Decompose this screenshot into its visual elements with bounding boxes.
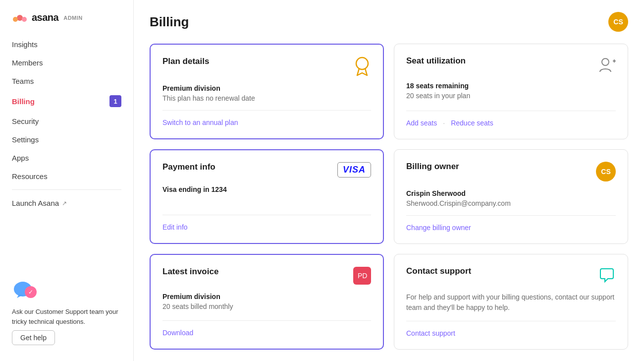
billing-owner-header: Billing owner CS (406, 162, 616, 181)
sidebar-item-members[interactable]: Members (0, 54, 133, 72)
invoice-desc: 20 seats billed monthly (162, 302, 371, 310)
seats-in-plan: 20 seats in your plan (406, 92, 616, 100)
sidebar-item-label: Insights (12, 40, 38, 49)
billing-owner-body: Crispin Sherwood Sherwood.Crispin@compan… (406, 189, 616, 207)
payment-desc: Visa ending in 1234 (162, 185, 371, 193)
main-nav: Insights Members Teams Billing 1 Securit… (0, 35, 133, 269)
seat-utilization-card: Seat utilization 18 seats remaining 20 s… (394, 44, 628, 139)
nav-divider (12, 189, 121, 190)
contact-support-header: Contact support (406, 266, 616, 284)
latest-invoice-header: Latest invoice PDF (162, 267, 371, 285)
support-description: Ask our Customer Support team your trick… (12, 307, 121, 326)
support-icons: ✓ (12, 277, 121, 301)
card-divider (162, 215, 371, 215)
sidebar-item-label: Resources (12, 172, 48, 180)
switch-annual-plan-link[interactable]: Switch to an annual plan (162, 119, 371, 126)
owner-name: Crispin Sherwood (406, 189, 616, 197)
sidebar-item-label: Security (12, 117, 39, 125)
card-divider (162, 110, 371, 111)
asana-logo (12, 13, 28, 23)
add-seats-link[interactable]: Add seats (406, 119, 437, 127)
svg-point-7 (356, 58, 368, 69)
user-avatar[interactable]: CS (608, 12, 628, 32)
contact-support-link[interactable]: Contact support (406, 329, 616, 337)
sidebar-item-teams[interactable]: Teams (0, 72, 133, 90)
payment-info-title: Payment info (162, 162, 215, 172)
main-content: Billing CS Plan details Premium division… (134, 0, 644, 361)
launch-asana-label: Launch Asana (12, 199, 59, 207)
sidebar-item-resources[interactable]: Resources (0, 167, 133, 185)
contact-support-title: Contact support (406, 266, 471, 276)
link-separator: · (443, 119, 445, 127)
sidebar: asana ADMIN Insights Members Teams Billi… (0, 0, 134, 361)
launch-asana-link[interactable]: Launch Asana ↗ (0, 194, 133, 212)
contact-support-text: For help and support with your billing q… (406, 292, 616, 313)
plan-renewal: This plan has no renewal date (162, 94, 371, 102)
step-badge-1: 1 (109, 95, 121, 107)
sidebar-item-label: Apps (12, 154, 29, 162)
seat-links: Add seats · Reduce seats (406, 119, 616, 127)
sidebar-item-label: Teams (12, 77, 34, 85)
owner-email: Sherwood.Crispin@company.com (406, 199, 616, 207)
sidebar-item-apps[interactable]: Apps (0, 149, 133, 167)
svg-point-1 (13, 17, 18, 22)
asana-logo-svg (12, 13, 28, 23)
card-divider (406, 215, 616, 216)
sidebar-item-billing[interactable]: Billing 1 (0, 90, 133, 112)
get-help-button[interactable]: Get help (12, 330, 55, 345)
seat-utilization-title: Seat utilization (406, 56, 466, 66)
sidebar-item-insights[interactable]: Insights (0, 35, 133, 54)
sidebar-item-settings[interactable]: Settings (0, 130, 133, 149)
page-title: Billing (150, 14, 189, 30)
main-header: Billing CS (150, 12, 628, 32)
sidebar-item-security[interactable]: Security (0, 112, 133, 130)
visa-badge: VISA (337, 162, 371, 178)
support-section: ✓ Ask our Customer Support team your tri… (0, 269, 133, 353)
billing-owner-avatar: CS (596, 162, 616, 181)
logo-text: asana (32, 12, 58, 23)
pdf-icon: PDF (353, 267, 371, 285)
chat-bubble-icon (598, 266, 616, 284)
contact-support-card: Contact support For help and support wit… (394, 254, 628, 350)
svg-point-8 (602, 59, 609, 65)
payment-info-body: Visa ending in 1234 (162, 185, 371, 207)
logo-area: asana ADMIN (0, 8, 133, 35)
latest-invoice-card: Latest invoice PDF Premium division 20 s… (150, 254, 384, 350)
support-illustration: ✓ (12, 277, 40, 301)
card-divider (162, 320, 371, 321)
payment-info-card: Payment info VISA Visa ending in 1234 Ed… (150, 149, 384, 244)
plan-details-title: Plan details (162, 57, 209, 66)
pdf-icon-svg: PDF (357, 270, 368, 281)
award-icon (353, 57, 371, 76)
svg-text:✓: ✓ (28, 289, 33, 296)
card-divider (406, 321, 616, 321)
chat-icon (598, 266, 616, 284)
change-billing-owner-link[interactable]: Change billing owner (406, 224, 616, 232)
svg-point-2 (22, 17, 27, 22)
logo-admin: ADMIN (63, 15, 83, 21)
plan-name: Premium division (162, 84, 371, 92)
add-person-icon (598, 56, 616, 74)
plan-details-body: Premium division This plan has no renewa… (162, 84, 371, 102)
plan-details-header: Plan details (162, 57, 371, 76)
billing-owner-card: Billing owner CS Crispin Sherwood Sherwo… (394, 149, 628, 244)
cards-grid: Plan details Premium division This plan … (150, 44, 628, 350)
download-invoice-link[interactable]: Download (162, 329, 371, 337)
invoice-name: Premium division (162, 293, 371, 301)
seat-utilization-body: 18 seats remaining 20 seats in your plan (406, 82, 616, 103)
reduce-seats-link[interactable]: Reduce seats (451, 119, 493, 127)
contact-support-body: For help and support with your billing q… (406, 292, 616, 313)
latest-invoice-title: Latest invoice (162, 267, 218, 277)
sidebar-item-label: Billing (12, 97, 35, 106)
payment-info-header: Payment info VISA (162, 162, 371, 178)
sidebar-item-label: Members (12, 59, 43, 67)
edit-payment-link[interactable]: Edit info (162, 223, 371, 231)
sidebar-item-label: Settings (12, 135, 39, 144)
external-link-icon: ↗ (62, 200, 67, 207)
latest-invoice-body: Premium division 20 seats billed monthly (162, 293, 371, 312)
seat-utilization-header: Seat utilization (406, 56, 616, 74)
svg-text:PDF: PDF (358, 272, 368, 280)
plan-details-card: Plan details Premium division This plan … (150, 44, 384, 139)
seats-remaining: 18 seats remaining (406, 82, 616, 90)
card-divider (406, 111, 616, 111)
